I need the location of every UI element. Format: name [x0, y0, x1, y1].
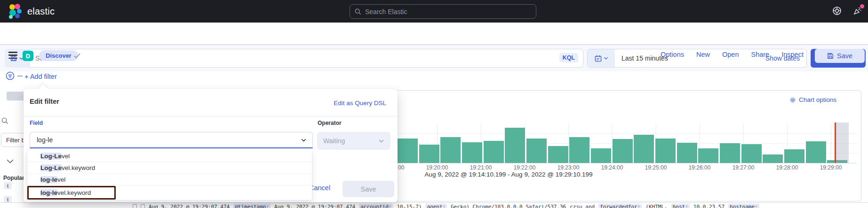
histogram-bar[interactable] [591, 148, 611, 163]
histogram-bar[interactable] [462, 142, 482, 163]
current-bucket-zone [835, 123, 849, 163]
check-icon[interactable] [73, 53, 81, 61]
discover-page: elastic Search Elastic [0, 0, 868, 208]
query-search-input[interactable]: Search KQL [29, 49, 583, 68]
date-quick-select-button[interactable] [588, 49, 615, 67]
x-tick-label: 19:20:00 [421, 164, 454, 171]
option-rest-text: vel [62, 153, 70, 160]
histogram-bar[interactable] [634, 135, 654, 163]
field-value-text: Aug 9, 2022 @ 19:29:07.474 [149, 204, 230, 208]
brand-name: elastic [27, 6, 55, 17]
histogram-bar[interactable] [505, 128, 525, 163]
histogram-bar[interactable] [419, 145, 439, 163]
histogram-bar[interactable] [484, 141, 504, 163]
nav-link-share[interactable]: Share [751, 51, 769, 58]
field-option-log-level[interactable]: log-level [27, 174, 312, 185]
field-value-text: Aug 9, 2022 @ 19:29:07.474 [274, 204, 355, 208]
operator-placeholder: Waiting [323, 137, 345, 145]
histogram-bar[interactable] [677, 143, 697, 163]
edit-filter-popover: Edit filter Edit as Query DSL Field log-… [24, 89, 398, 202]
current-time-marker [835, 123, 836, 163]
histogram-bar[interactable] [806, 141, 826, 163]
option-rest-text: vel.keyword [57, 189, 91, 196]
field-option-Log-Level.keyword[interactable]: Log-Level.keyword [27, 162, 312, 174]
field-type-icon: t [4, 196, 12, 203]
filter-menu-icon[interactable] [6, 71, 15, 82]
newsfeed-icon[interactable] [853, 6, 862, 17]
save-icon [827, 53, 834, 59]
x-tick-label: 19:22:00 [508, 164, 541, 171]
nav-link-options[interactable]: Options [661, 51, 684, 58]
x-tick-label: 19:25:00 [639, 164, 672, 171]
histogram-bar[interactable] [784, 149, 804, 163]
field-name-badge: accountid: [359, 204, 393, 208]
field-option-Log-Level[interactable]: Log-Level [27, 150, 312, 162]
nav-link-inspect[interactable]: Inspect [781, 51, 804, 58]
popover-divider [24, 116, 398, 116]
field-value-text: (KHTML, [645, 204, 667, 208]
edit-as-query-dsl-link[interactable]: Edit as Query DSL [334, 100, 386, 107]
option-matched-text: Log-Le [40, 164, 62, 171]
elastic-logo[interactable]: elastic [7, 3, 55, 20]
chevron-down-icon [604, 56, 608, 61]
field-combobox[interactable]: log-le [30, 132, 313, 148]
field-suggestions-list: Log-LevelLog-Level.keywordlog-levellog-l… [27, 150, 312, 200]
histogram-bar[interactable] [526, 139, 547, 163]
field-search-icon[interactable] [1, 117, 8, 126]
x-tick-label: 19:27:00 [727, 164, 760, 171]
histogram-bar[interactable] [698, 148, 718, 163]
elastic-logo-icon [7, 3, 23, 20]
histogram-bar[interactable] [440, 137, 461, 163]
histogram-bar[interactable] [613, 139, 633, 163]
nav-link-new[interactable]: New [696, 51, 710, 58]
field-option-log-level.keyword[interactable]: log-level.keyword [27, 185, 312, 200]
calendar-icon [595, 55, 602, 62]
top-nav-menu: OptionsNewOpenShareInspect [661, 49, 804, 60]
space-avatar[interactable]: D [23, 51, 33, 61]
x-tick-label: 19:29:00 [814, 164, 847, 171]
field-name-badge: forwardedfor: [598, 204, 642, 208]
kql-language-button[interactable]: KQL [559, 53, 578, 62]
operator-combobox-disabled[interactable]: Waiting [317, 132, 390, 150]
v-gridline [831, 123, 831, 163]
chevron-down-icon[interactable] [301, 137, 307, 145]
add-filter-button[interactable]: + Add filter [24, 73, 57, 80]
breadcrumb[interactable]: Discover [39, 50, 78, 61]
chevron-down-icon [378, 138, 384, 144]
option-matched-text: log-le [40, 176, 57, 183]
field-label: Field [30, 120, 43, 126]
field-name-badge: agent: [425, 204, 447, 208]
save-button[interactable]: Save [815, 49, 865, 63]
expand-row-icon[interactable] [133, 204, 137, 208]
document-table-row[interactable]: Aug 9, 2022 @ 19:29:07.474@timestamp:Aug… [133, 204, 868, 208]
menu-icon[interactable] [8, 52, 17, 59]
v-gridline [568, 123, 569, 163]
x-tick-label: 19:23:00 [552, 164, 585, 171]
chart-options-button[interactable]: Chart options [789, 96, 836, 103]
field-type-icon: t [4, 182, 12, 189]
help-icon[interactable] [832, 6, 842, 17]
filter-bar-divider [17, 76, 23, 77]
field-value-text: 10.0.23.57 [693, 204, 725, 208]
histogram-bar[interactable] [720, 143, 740, 163]
field-name-badge: host: [671, 204, 690, 208]
option-matched-text: log-le [40, 189, 57, 196]
x-tick-label: 19:26:00 [683, 164, 716, 171]
table-top-border [0, 202, 868, 203]
global-search-input[interactable]: Search Elastic [350, 4, 536, 19]
histogram-bar[interactable] [548, 146, 568, 163]
expand-row-icon[interactable] [141, 204, 145, 208]
histogram-bar[interactable] [655, 139, 676, 163]
histogram-bar[interactable] [741, 144, 762, 163]
histogram-bar[interactable] [398, 139, 418, 163]
global-search-placeholder: Search Elastic [365, 8, 407, 15]
filter-save-button-disabled[interactable]: Save [342, 181, 394, 197]
field-value-text: Gecko) Chrome/103.0.0.0 Safari/537.36 [451, 204, 566, 208]
search-icon [355, 8, 361, 15]
histogram-bar[interactable] [763, 154, 783, 163]
collapse-chevron-icon[interactable] [6, 158, 14, 166]
histogram-bar[interactable] [569, 137, 589, 163]
nav-link-open[interactable]: Open [722, 51, 739, 58]
x-tick-label: 19:28:00 [771, 164, 804, 171]
save-button-label: Save [837, 52, 852, 60]
